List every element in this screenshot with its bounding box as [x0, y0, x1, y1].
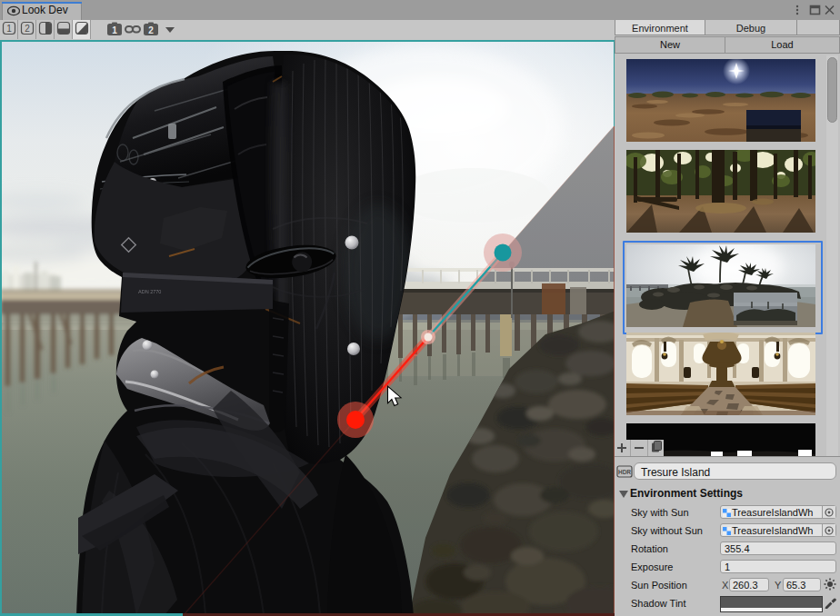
svg-text:2: 2	[25, 24, 30, 34]
svg-text:1: 1	[112, 25, 117, 35]
svg-text:HDR: HDR	[618, 469, 631, 475]
svg-text:ADN 2770: ADN 2770	[138, 289, 161, 294]
svg-text:1: 1	[6, 24, 12, 34]
svg-text:2: 2	[148, 25, 154, 35]
